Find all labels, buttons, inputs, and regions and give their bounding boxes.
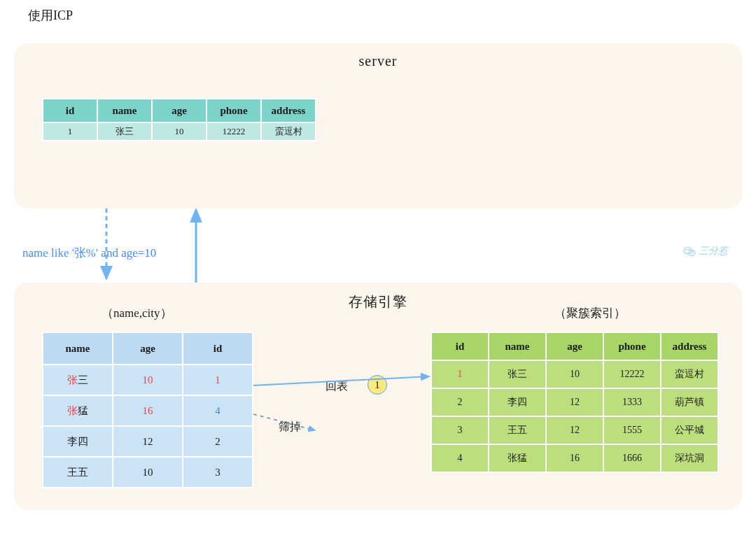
secondary-index-table: nameageid张三101张猛164李四122王五103 xyxy=(42,332,253,488)
cell-address: 深坑洞 xyxy=(661,444,718,472)
cell-phone: 1333 xyxy=(603,388,661,416)
cell-age: 12 xyxy=(546,416,603,444)
cell-age: 10 xyxy=(113,364,183,395)
server-panel-title: server xyxy=(14,53,742,69)
cell-phone: 1555 xyxy=(603,416,661,444)
cell-id: 1 xyxy=(431,360,489,388)
cell-age: 12 xyxy=(546,388,603,416)
cell-id: 2 xyxy=(183,426,253,457)
table-row: 1张三1012222蛮逗村 xyxy=(431,360,718,388)
cell-id: 3 xyxy=(431,416,489,444)
col-id: id xyxy=(431,332,489,360)
cell-name: 张三 xyxy=(489,360,546,388)
cell: 12222 xyxy=(206,122,261,141)
col-phone: phone xyxy=(206,99,261,122)
table-row: 张猛164 xyxy=(43,395,253,426)
table-row: 王五103 xyxy=(43,457,253,488)
cell-age: 10 xyxy=(546,360,603,388)
col-phone: phone xyxy=(603,332,661,360)
clustered-index-table: idnameagephoneaddress1张三1012222蛮逗村2李四121… xyxy=(430,332,719,473)
col-age: age xyxy=(546,332,603,360)
col-age: age xyxy=(152,99,206,122)
cell-name: 张猛 xyxy=(43,395,113,426)
cell-id: 4 xyxy=(183,395,253,426)
cell-id: 4 xyxy=(431,444,489,472)
wechat-icon xyxy=(682,245,696,259)
svg-point-3 xyxy=(688,250,689,250)
col-id: id xyxy=(183,332,253,364)
col-address: address xyxy=(261,99,316,122)
cell: 张三 xyxy=(97,122,152,141)
cell-name: 李四 xyxy=(43,426,113,457)
signature: 三分惹 xyxy=(682,245,729,259)
cell-id: 2 xyxy=(431,388,489,416)
col-name: name xyxy=(43,332,113,364)
huibiao-label: 回表 xyxy=(326,379,348,394)
col-name: name xyxy=(97,99,152,122)
cell-age: 16 xyxy=(546,444,603,472)
page-title: 使用ICP xyxy=(28,7,73,24)
col-name: name xyxy=(489,332,546,360)
cell-age: 12 xyxy=(113,426,183,457)
cell-phone: 1666 xyxy=(603,444,661,472)
svg-point-5 xyxy=(692,252,693,253)
cell-name: 张猛 xyxy=(489,444,546,472)
signature-text: 三分惹 xyxy=(699,246,728,256)
clustered-index-label: （聚簇索引） xyxy=(554,305,626,321)
shaidiao-label: 筛掉 xyxy=(279,420,301,434)
cell-address: 葫芦镇 xyxy=(661,388,718,416)
table-row: 4张猛161666深坑洞 xyxy=(431,444,718,472)
cell-id: 1 xyxy=(183,364,253,395)
col-age: age xyxy=(113,332,183,364)
cell-name: 王五 xyxy=(43,457,113,488)
table-row: 张三101 xyxy=(43,364,253,395)
cell-id: 3 xyxy=(183,457,253,488)
col-id: id xyxy=(43,99,97,122)
server-result-table: idnameagephoneaddress1张三1012222蛮逗村 xyxy=(42,98,316,141)
step-badge: 1 xyxy=(368,375,387,395)
table-row: 2李四121333葫芦镇 xyxy=(431,388,718,416)
cell-age: 10 xyxy=(113,457,183,488)
cell-name: 王五 xyxy=(489,416,546,444)
svg-point-4 xyxy=(690,252,691,253)
svg-point-2 xyxy=(685,250,686,250)
cell-address: 公平城 xyxy=(661,416,718,444)
cell-age: 16 xyxy=(113,395,183,426)
table-row: 3王五121555公平城 xyxy=(431,416,718,444)
col-address: address xyxy=(661,332,718,360)
cell: 10 xyxy=(152,122,206,141)
cell-address: 蛮逗村 xyxy=(661,360,718,388)
condition-label: name like '张%' and age=10 xyxy=(22,245,156,261)
secondary-index-label: （name,city） xyxy=(102,305,172,321)
cell-phone: 12222 xyxy=(603,360,661,388)
cell-name: 张三 xyxy=(43,364,113,395)
cell-name: 李四 xyxy=(489,388,546,416)
cell: 1 xyxy=(43,122,97,141)
table-row: 李四122 xyxy=(43,426,253,457)
cell: 蛮逗村 xyxy=(261,122,316,141)
table-row: 1张三1012222蛮逗村 xyxy=(43,122,316,141)
